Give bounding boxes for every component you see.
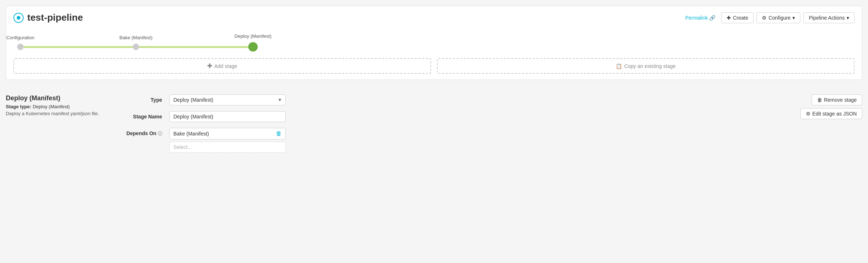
stage-form: Type Deploy (Manifest) Bake (Manifest) C…	[122, 94, 786, 158]
stage-connector-2	[139, 46, 248, 48]
stage-label-deploy: Deploy (Manifest)	[234, 33, 272, 39]
pipeline-title-row: test-pipeline Permalink 🔗 ✚ Create ⚙ Con…	[13, 12, 855, 23]
type-label: Type	[122, 94, 162, 103]
configure-arrow-icon: ▾	[792, 15, 795, 21]
depends-on-label: Depends On ⓘ	[122, 128, 162, 137]
copy-stage-label: Copy an existing stage	[624, 63, 676, 69]
stage-type-value: Deploy (Manifest)	[33, 104, 70, 109]
add-stage-icon: ✚	[207, 62, 212, 69]
gear-icon: ⚙	[762, 15, 767, 21]
pipeline-title-left: test-pipeline	[13, 12, 83, 23]
stage-dot-configuration	[17, 44, 24, 50]
stage-name-input[interactable]	[169, 111, 286, 122]
stage-actions-row: ✚ Add stage 📋 Copy an existing stage	[13, 58, 855, 74]
permalink-label: Permalink	[685, 15, 708, 21]
pipeline-title-right: Permalink 🔗 ✚ Create ⚙ Configure ▾ Pipel…	[685, 12, 855, 23]
remove-stage-label: Remove stage	[824, 97, 857, 103]
stage-actions-right: 🗑 Remove stage ⚙ Edit stage as JSON	[800, 94, 862, 158]
stage-node-deploy[interactable]: Deploy (Manifest)	[248, 42, 258, 52]
create-label: Create	[733, 15, 748, 21]
copy-stage-button[interactable]: 📋 Copy an existing stage	[437, 58, 855, 74]
stages-visual-container: Configuration Bake (Manifest) Deploy (Ma…	[13, 31, 855, 55]
edit-stage-json-button[interactable]: ⚙ Edit stage as JSON	[800, 108, 862, 119]
configure-button[interactable]: ⚙ Configure ▾	[756, 12, 800, 23]
form-row-stage-name: Stage Name	[122, 111, 786, 122]
stage-description: Deploy a Kubernetes manifest yaml/json f…	[6, 111, 108, 116]
stage-label-bake: Bake (Manifest)	[119, 35, 152, 40]
depends-on-item-bake: Bake (Manifest) 🗑	[169, 128, 286, 139]
depends-on-select-placeholder[interactable]: Select...	[169, 142, 286, 153]
depends-on-item-label: Bake (Manifest)	[173, 131, 273, 137]
trash-icon: 🗑	[817, 97, 822, 103]
configure-label: Configure	[768, 15, 791, 21]
stage-info-title: Deploy (Manifest)	[6, 94, 108, 102]
stage-node-configuration[interactable]: Configuration	[17, 44, 24, 50]
pipeline-header-card: test-pipeline Permalink 🔗 ✚ Create ⚙ Con…	[6, 6, 862, 80]
depends-on-wrapper: Bake (Manifest) 🗑 Select...	[169, 128, 286, 153]
pipeline-status-icon	[13, 13, 24, 23]
pipeline-name: test-pipeline	[27, 12, 83, 23]
type-select-wrapper: Deploy (Manifest) Bake (Manifest) Config…	[169, 94, 286, 105]
pipeline-actions-arrow-icon: ▾	[847, 15, 849, 21]
stage-connector-1	[24, 46, 133, 48]
add-stage-button[interactable]: ✚ Add stage	[13, 58, 431, 74]
form-row-depends-on: Depends On ⓘ Bake (Manifest) 🗑 Select...	[122, 128, 786, 153]
stage-type-row: Stage type: Deploy (Manifest)	[6, 104, 108, 109]
stage-label-configuration: Configuration	[6, 35, 34, 40]
stage-dot-deploy	[248, 42, 258, 52]
share-icon: 🔗	[709, 15, 715, 21]
type-select[interactable]: Deploy (Manifest) Bake (Manifest) Config…	[169, 94, 286, 105]
copy-stage-icon: 📋	[616, 63, 622, 69]
depends-on-label-text: Depends On	[126, 130, 156, 136]
stage-node-bake[interactable]: Bake (Manifest)	[133, 44, 139, 50]
stage-name-label: Stage Name	[122, 111, 162, 120]
depends-on-delete-icon[interactable]: 🗑	[276, 130, 282, 137]
gear-icon-edit: ⚙	[806, 111, 811, 117]
stage-type-label: Stage type:	[6, 104, 31, 109]
pipeline-actions-button[interactable]: Pipeline Actions ▾	[803, 12, 855, 23]
permalink-link[interactable]: Permalink 🔗	[685, 15, 715, 21]
stage-dot-bake	[133, 44, 139, 50]
remove-stage-button[interactable]: 🗑 Remove stage	[812, 94, 862, 105]
edit-json-label: Edit stage as JSON	[812, 111, 857, 117]
add-stage-label: Add stage	[214, 63, 237, 69]
create-button[interactable]: ✚ Create	[721, 12, 754, 23]
pipeline-icon-inner	[17, 16, 20, 20]
stage-config-section: Deploy (Manifest) Stage type: Deploy (Ma…	[6, 87, 862, 158]
page-wrapper: test-pipeline Permalink 🔗 ✚ Create ⚙ Con…	[0, 0, 868, 164]
form-row-type: Type Deploy (Manifest) Bake (Manifest) C…	[122, 94, 786, 105]
stage-info-panel: Deploy (Manifest) Stage type: Deploy (Ma…	[6, 94, 108, 158]
plus-icon: ✚	[727, 15, 731, 21]
depends-on-placeholder-text: Select...	[173, 144, 192, 150]
pipeline-actions-label: Pipeline Actions	[809, 15, 845, 21]
depends-on-help-icon[interactable]: ⓘ	[158, 131, 162, 136]
